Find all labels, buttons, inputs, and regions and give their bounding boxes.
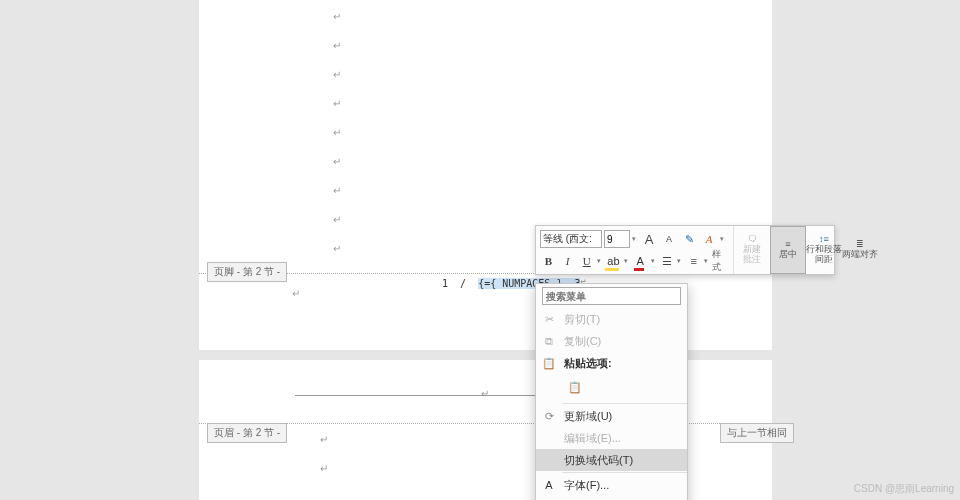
watermark-credit: CSDN @思雨Learning [854, 482, 954, 496]
font-color-button[interactable]: A [632, 252, 649, 270]
menu-edit-field: 编辑域(E)... [536, 427, 687, 449]
link-to-previous-tab[interactable]: 与上一节相同 [720, 423, 794, 443]
italic-button[interactable]: I [559, 252, 576, 270]
menu-copy: ⧉ 复制(C) [536, 330, 687, 352]
menu-search-input[interactable] [542, 287, 681, 305]
clipboard-icon: 📋 [542, 356, 556, 370]
pilcrow-icon: ↵ [333, 127, 341, 138]
copy-icon: ⧉ [542, 334, 556, 348]
align-center-button[interactable]: ≡ 居中 [770, 226, 806, 274]
menu-paste-options-header: 📋 粘贴选项: [536, 352, 687, 374]
styles-label: 样式 [712, 248, 729, 274]
pilcrow-icon: ↵ [333, 214, 341, 225]
pilcrow-icon: ↵ [333, 243, 341, 254]
pilcrow-icon: ↵ [320, 434, 328, 445]
styles-button[interactable]: A [700, 230, 718, 248]
menu-paragraph[interactable]: ¶ 段落(P)... [536, 496, 687, 500]
font-family-dropdown[interactable]: 等线 (西文: [540, 230, 602, 248]
underline-button[interactable]: U [578, 252, 595, 270]
bold-button[interactable]: B [540, 252, 557, 270]
pilcrow-icon: ↵ [292, 288, 300, 299]
menu-toggle-field-codes[interactable]: 切换域代码(T) [536, 449, 687, 471]
clipboard-icon: 📋 [568, 381, 582, 394]
pilcrow-icon: ↵ [333, 69, 341, 80]
pilcrow-icon: ↵ [481, 388, 489, 399]
shrink-font-button[interactable]: A [660, 230, 678, 248]
format-painter-icon[interactable]: ✎ [680, 230, 698, 248]
header-section-tab[interactable]: 页眉 - 第 2 节 - [207, 423, 287, 443]
line-spacing-button[interactable]: ↕≡ 行和段落 间距 [806, 226, 842, 274]
menu-search[interactable] [536, 284, 687, 308]
menu-update-field[interactable]: ⟳ 更新域(U) [536, 405, 687, 427]
pilcrow-icon: ↵ [333, 11, 341, 22]
pilcrow-icon: ↵ [333, 156, 341, 167]
paste-keep-formatting-button[interactable]: 📋 [564, 376, 586, 398]
pilcrow-icon: ↵ [333, 185, 341, 196]
pilcrow-icon: ↵ [320, 463, 328, 474]
font-size-dropdown[interactable]: 9 [604, 230, 630, 248]
mini-toolbar: 等线 (西文: 9 ▾ A A ✎ A▾ B I U▾ ab▾ A▾ ☰▾ ≡▾… [535, 225, 835, 275]
menu-font[interactable]: A 字体(F)... [536, 474, 687, 496]
pilcrow-icon: ↵ [333, 40, 341, 51]
font-icon: A [542, 478, 556, 492]
highlight-button[interactable]: ab [605, 252, 622, 270]
menu-cut: ✂ 剪切(T) [536, 308, 687, 330]
bullets-button[interactable]: ☰ [658, 252, 675, 270]
grow-font-button[interactable]: A [640, 230, 658, 248]
footer-section-tab[interactable]: 页脚 - 第 2 节 - [207, 262, 287, 282]
justify-button[interactable]: ≣ 两端对齐 [842, 226, 878, 274]
pilcrow-icon: ↵ [333, 98, 341, 109]
refresh-icon: ⟳ [542, 409, 556, 423]
new-comment-button[interactable]: 🗨 新建 批注 [734, 226, 770, 274]
scissors-icon: ✂ [542, 312, 556, 326]
numbering-button[interactable]: ≡ [685, 252, 702, 270]
context-menu: ✂ 剪切(T) ⧉ 复制(C) 📋 粘贴选项: 📋 ⟳ 更新域(U) 编辑域(E… [535, 283, 688, 500]
